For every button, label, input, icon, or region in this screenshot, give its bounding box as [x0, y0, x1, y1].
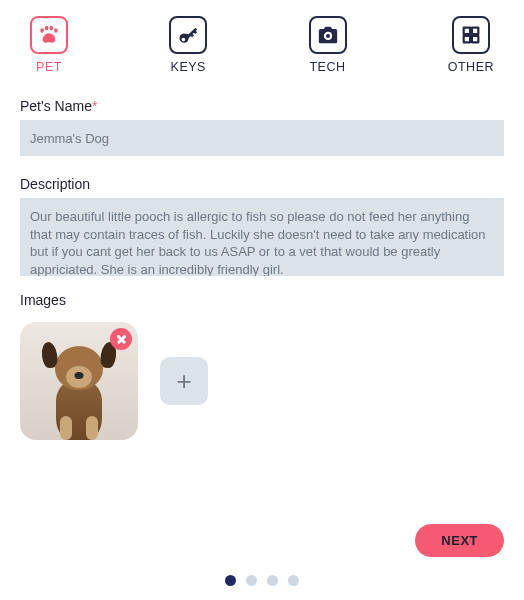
tab-label: OTHER — [448, 60, 494, 74]
pet-name-label: Pet's Name* — [20, 98, 504, 114]
tab-other[interactable]: OTHER — [448, 16, 494, 74]
paw-icon — [30, 16, 68, 54]
progress-dots — [225, 575, 299, 590]
tab-label: KEYS — [171, 60, 206, 74]
description-textarea[interactable] — [20, 198, 504, 276]
plus-icon: + — [176, 366, 191, 397]
tab-pet[interactable]: PET — [30, 16, 68, 74]
description-label: Description — [20, 176, 504, 192]
image-thumbnail[interactable] — [20, 322, 138, 440]
grid-icon — [452, 16, 490, 54]
required-marker: * — [92, 98, 97, 114]
images-label: Images — [20, 292, 504, 308]
next-button[interactable]: NEXT — [415, 524, 504, 557]
keys-icon — [169, 16, 207, 54]
pet-name-input[interactable] — [20, 120, 504, 156]
images-row: + — [20, 322, 504, 440]
progress-dot — [267, 575, 278, 586]
tab-keys[interactable]: KEYS — [169, 16, 207, 74]
tab-label: PET — [36, 60, 62, 74]
category-tabs: PET KEYS TECH OTHER — [20, 16, 504, 74]
progress-dot — [246, 575, 257, 586]
add-image-button[interactable]: + — [160, 357, 208, 405]
dog-image — [44, 342, 114, 440]
tab-label: TECH — [309, 60, 345, 74]
tab-tech[interactable]: TECH — [309, 16, 347, 74]
progress-dot — [288, 575, 299, 586]
camera-icon — [309, 16, 347, 54]
remove-image-button[interactable] — [110, 328, 132, 350]
progress-dot — [225, 575, 236, 586]
